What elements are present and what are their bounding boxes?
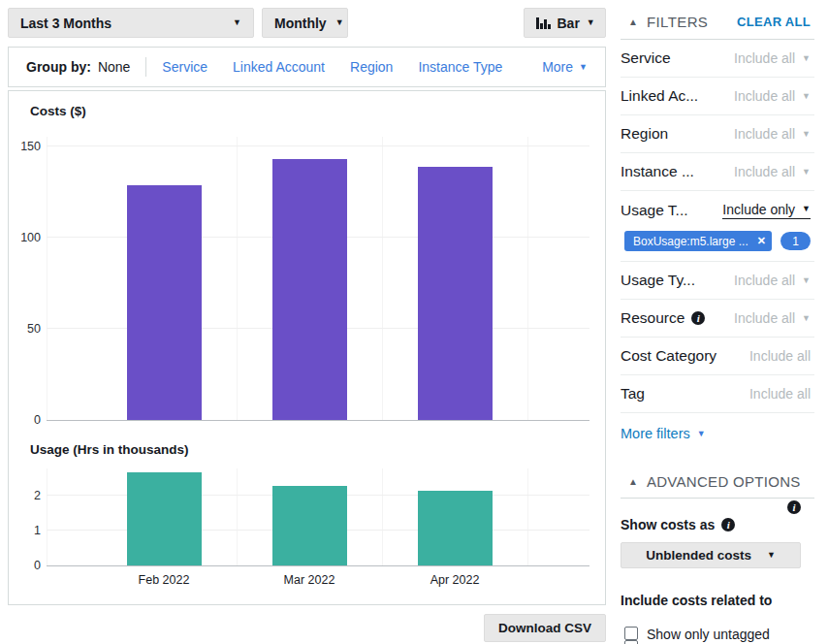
usage-chart-title: Usage (Hrs in thousands) bbox=[30, 442, 189, 457]
x-axis-label: Feb 2022 bbox=[111, 573, 217, 587]
unblended-costs-value: Unblended costs bbox=[646, 548, 751, 563]
granularity-value: Monthly bbox=[274, 16, 327, 31]
gridline bbox=[382, 137, 383, 420]
chart-bar[interactable] bbox=[127, 185, 202, 420]
filter-chip-label: BoxUsage:m5.large ... bbox=[633, 235, 748, 248]
filter-label: Cost Category bbox=[621, 347, 717, 365]
filter-row-resource: Resource i Include all ▼ bbox=[621, 300, 814, 338]
chart-type-value: Bar bbox=[557, 16, 580, 31]
y-tick-label: 100 bbox=[4, 231, 41, 244]
group-by-instance-type[interactable]: Instance Type bbox=[418, 59, 502, 75]
info-icon[interactable]: i bbox=[721, 518, 735, 531]
filter-dropdown-active[interactable]: Include only ▼ bbox=[722, 202, 811, 219]
filter-dropdown[interactable]: Include all ▼ bbox=[734, 50, 811, 66]
chart-bar[interactable] bbox=[272, 486, 347, 565]
close-icon[interactable]: ✕ bbox=[757, 235, 766, 247]
filter-row-cost-category: Cost Category Include all bbox=[621, 338, 814, 375]
caret-down-icon: ▼ bbox=[802, 168, 811, 177]
clear-all-button[interactable]: CLEAR ALL bbox=[737, 15, 811, 29]
gridline bbox=[237, 468, 238, 565]
filters-sidebar: ▲ FILTERS CLEAR ALL Service Include all … bbox=[621, 0, 814, 644]
filter-row-instance-type: Instance ... Include all ▼ bbox=[621, 153, 814, 191]
caret-down-icon: ▼ bbox=[587, 18, 595, 27]
filter-label: Usage Ty... bbox=[621, 272, 695, 289]
filter-label: Usage T... bbox=[621, 202, 688, 219]
caret-down-icon: ▼ bbox=[233, 18, 241, 27]
caret-down-icon: ▼ bbox=[579, 63, 588, 72]
y-tick-label: 0 bbox=[4, 559, 41, 572]
group-by-selected: None bbox=[98, 59, 130, 75]
chart-bar[interactable] bbox=[127, 472, 202, 565]
filter-dropdown[interactable]: Include all ▼ bbox=[734, 273, 811, 288]
y-tick-label: 2 bbox=[4, 489, 41, 502]
gridline bbox=[527, 137, 528, 420]
unblended-costs-dropdown[interactable]: Unblended costs ▼ bbox=[621, 542, 801, 568]
chart-bar[interactable] bbox=[418, 167, 493, 420]
filter-row-service: Service Include all ▼ bbox=[621, 40, 814, 78]
info-icon[interactable]: i bbox=[691, 311, 705, 325]
filter-row-linked-account: Linked Ac... Include all ▼ bbox=[621, 78, 814, 115]
collapse-icon[interactable]: ▲ bbox=[628, 16, 638, 27]
more-filters-link[interactable]: More filters ▼ bbox=[621, 426, 814, 441]
filter-label: Resource i bbox=[621, 309, 705, 327]
usage-chart-plot: 012Feb 2022Mar 2022Apr 2022 bbox=[47, 468, 589, 566]
y-tick-label: 0 bbox=[4, 413, 41, 427]
group-by-linked-account[interactable]: Linked Account bbox=[233, 59, 325, 75]
show-costs-as-label: Show costs as i bbox=[621, 517, 814, 532]
download-csv-button[interactable]: Download CSV bbox=[484, 614, 606, 642]
filters-header-label: FILTERS bbox=[647, 14, 708, 30]
filter-dropdown[interactable]: Include all ▼ bbox=[734, 126, 811, 142]
checkbox-untagged[interactable] bbox=[624, 627, 638, 640]
filter-chip[interactable]: BoxUsage:m5.large ... ✕ bbox=[624, 231, 772, 251]
caret-down-icon: ▼ bbox=[802, 205, 811, 213]
time-range-dropdown[interactable]: Last 3 Months ▼ bbox=[8, 8, 254, 38]
time-range-value: Last 3 Months bbox=[20, 16, 111, 31]
gridline bbox=[382, 468, 383, 565]
group-by-more[interactable]: More ▼ bbox=[542, 59, 588, 75]
filter-chip-row: BoxUsage:m5.large ... ✕ 1 bbox=[621, 229, 814, 262]
chart-bar[interactable] bbox=[418, 491, 493, 565]
caret-down-icon: ▼ bbox=[802, 276, 811, 285]
gridline bbox=[47, 145, 589, 146]
caret-down-icon: ▼ bbox=[802, 92, 811, 101]
filter-count-badge: 1 bbox=[780, 232, 811, 250]
costs-chart-plot: 050100150 bbox=[47, 137, 589, 421]
checkbox-partial[interactable] bbox=[624, 640, 638, 644]
caret-down-icon: ▼ bbox=[802, 314, 811, 323]
x-axis-label: Mar 2022 bbox=[256, 573, 363, 587]
y-tick-label: 50 bbox=[4, 322, 41, 336]
y-tick-label: 1 bbox=[4, 524, 41, 537]
filter-dropdown[interactable]: Include all ▼ bbox=[734, 88, 811, 104]
filter-row-usage-type-group: Usage Ty... Include all ▼ bbox=[621, 262, 814, 300]
filter-dropdown[interactable]: Include all ▼ bbox=[734, 164, 811, 179]
collapse-icon[interactable]: ▲ bbox=[628, 476, 638, 487]
filter-dropdown[interactable]: Include all bbox=[749, 386, 811, 402]
gridline bbox=[47, 468, 48, 565]
filter-dropdown[interactable]: Include all ▼ bbox=[734, 310, 811, 326]
advanced-info-row: i bbox=[621, 499, 814, 514]
caret-down-icon: ▼ bbox=[335, 18, 344, 27]
caret-down-icon: ▼ bbox=[802, 54, 811, 63]
y-tick-label: 150 bbox=[4, 140, 41, 153]
info-icon[interactable]: i bbox=[787, 500, 801, 514]
chart-panel: Costs ($) 050100150 Usage (Hrs in thousa… bbox=[8, 90, 606, 605]
filters-header[interactable]: ▲ FILTERS CLEAR ALL bbox=[621, 14, 814, 40]
granularity-dropdown[interactable]: Monthly ▼ bbox=[262, 8, 348, 38]
gridline bbox=[237, 137, 238, 420]
advanced-options-label: ADVANCED OPTIONS bbox=[647, 473, 801, 490]
chart-bar[interactable] bbox=[272, 159, 347, 420]
costs-chart-title: Costs ($) bbox=[30, 104, 86, 118]
bar-chart-icon bbox=[536, 16, 551, 29]
caret-down-icon: ▼ bbox=[767, 551, 776, 560]
caret-down-icon: ▼ bbox=[802, 130, 811, 139]
filter-label: Tag bbox=[621, 385, 645, 402]
chart-type-dropdown[interactable]: Bar ▼ bbox=[524, 8, 606, 38]
filter-dropdown[interactable]: Include all bbox=[749, 348, 811, 364]
advanced-options-header[interactable]: ▲ ADVANCED OPTIONS bbox=[621, 473, 814, 499]
group-by-region[interactable]: Region bbox=[350, 59, 393, 75]
filter-label: Instance ... bbox=[621, 163, 694, 180]
x-axis-label: Apr 2022 bbox=[401, 573, 508, 587]
gridline bbox=[527, 468, 528, 565]
filter-row-region: Region Include all ▼ bbox=[621, 115, 814, 153]
group-by-service[interactable]: Service bbox=[162, 59, 207, 75]
